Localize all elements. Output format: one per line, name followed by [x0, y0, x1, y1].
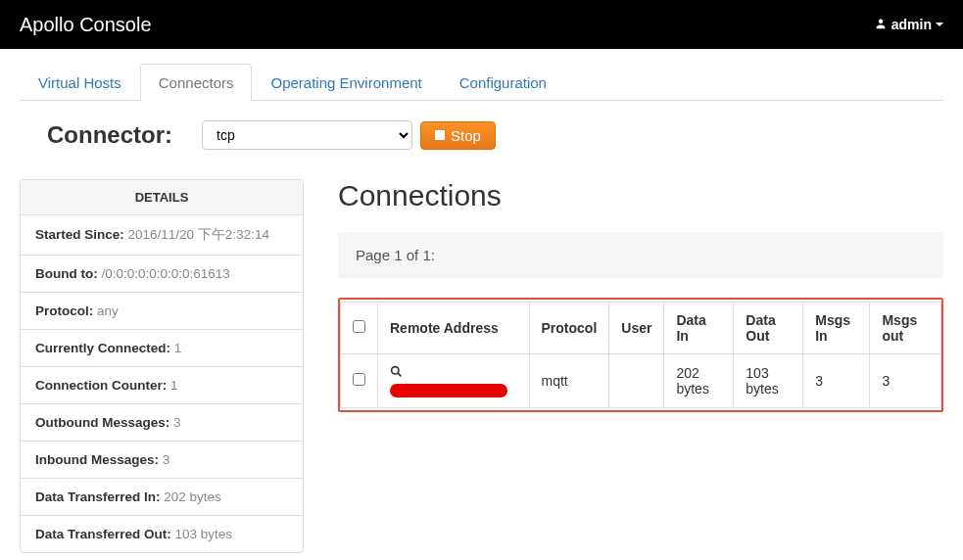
user-menu[interactable]: admin: [875, 17, 943, 32]
zoom-icon: [390, 365, 403, 381]
tab-bar: Virtual Hosts Connectors Operating Envir…: [20, 64, 943, 101]
table-row: mqtt 202 bytes 103 bytes 3 3: [341, 354, 941, 408]
navbar-brand[interactable]: Apollo Console: [20, 14, 152, 36]
cell-remote-address[interactable]: [378, 354, 530, 408]
details-header: DETAILS: [21, 180, 303, 215]
details-panel: DETAILS Started Since: 2016/11/20 下午2:32…: [20, 179, 304, 553]
tab-connectors[interactable]: Connectors: [140, 64, 253, 101]
col-msgs-in: Msgs In: [803, 303, 870, 354]
user-name: admin: [891, 17, 932, 32]
col-data-in: Data In: [664, 303, 734, 354]
svg-point-0: [392, 367, 399, 374]
chevron-down-icon: [936, 23, 943, 26]
details-item-protocol: Protocol: any: [21, 293, 303, 330]
user-icon: [875, 17, 887, 32]
col-user: User: [609, 303, 664, 354]
cell-data-out: 103 bytes: [734, 354, 803, 408]
navbar: Apollo Console admin: [0, 0, 963, 49]
col-data-out: Data Out: [734, 303, 803, 354]
details-item-connected: Currently Connected: 1: [21, 330, 303, 367]
details-item-transferred-out: Data Transferred Out: 103 bytes: [21, 516, 303, 552]
tab-configuration[interactable]: Configuration: [441, 64, 565, 101]
details-item-started: Started Since: 2016/11/20 下午2:32:14: [21, 215, 303, 256]
col-remote-address: Remote Address: [378, 303, 530, 354]
connector-select[interactable]: tcp: [202, 120, 412, 150]
details-item-inbound: Inbound Messages: 3: [21, 442, 303, 479]
cell-user: [609, 354, 664, 408]
col-protocol: Protocol: [529, 303, 609, 354]
stop-button[interactable]: Stop: [420, 121, 496, 150]
stop-icon: [435, 130, 445, 140]
connections-table-wrapper: Remote Address Protocol User Data In Dat…: [338, 298, 943, 412]
table-header-row: Remote Address Protocol User Data In Dat…: [341, 303, 941, 354]
details-item-counter: Connection Counter: 1: [21, 367, 303, 404]
cell-msgs-in: 3: [803, 354, 870, 408]
connector-label: Connector:: [47, 121, 172, 149]
tab-virtual-hosts[interactable]: Virtual Hosts: [20, 64, 140, 101]
cell-data-in: 202 bytes: [664, 354, 734, 408]
cell-msgs-out: 3: [870, 354, 941, 408]
details-item-bound: Bound to: /0:0:0:0:0:0:0:0:61613: [21, 256, 303, 293]
stop-button-label: Stop: [451, 127, 481, 144]
connections-table: Remote Address Protocol User Data In Dat…: [340, 302, 941, 408]
connections-title: Connections: [338, 179, 943, 212]
select-all-checkbox[interactable]: [353, 320, 365, 333]
page-info: Page 1 of 1:: [338, 232, 943, 278]
cell-protocol: mqtt: [529, 354, 609, 408]
col-msgs-out: Msgs out: [870, 303, 941, 354]
tab-operating-environment[interactable]: Operating Environment: [252, 64, 440, 101]
col-checkbox: [341, 303, 378, 354]
row-checkbox[interactable]: [353, 373, 365, 386]
svg-line-1: [398, 373, 401, 376]
details-item-outbound: Outbound Messages: 3: [21, 404, 303, 442]
redacted-address: [390, 384, 507, 397]
details-item-transferred-in: Data Transferred In: 202 bytes: [21, 479, 303, 516]
connections-panel: Connections Page 1 of 1: Remote Address …: [338, 179, 943, 553]
connector-toolbar: Connector: tcp Stop: [47, 120, 943, 150]
